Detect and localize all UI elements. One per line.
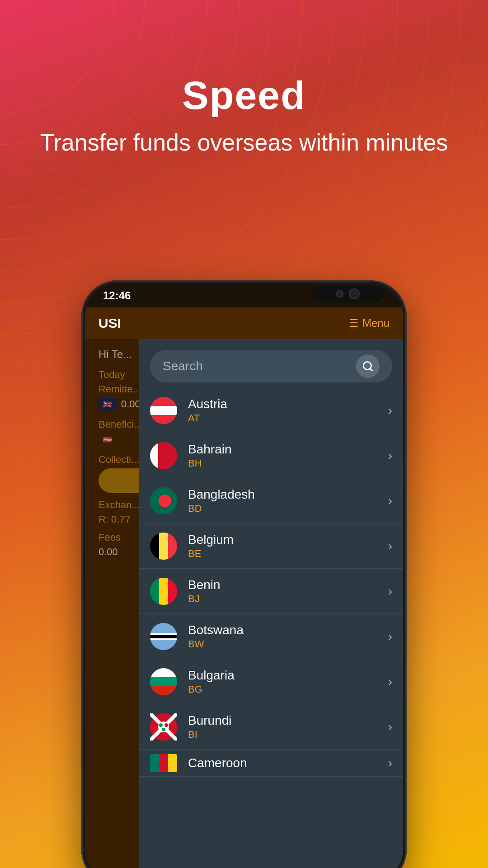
flag-austria bbox=[150, 397, 177, 424]
country-item-belgium[interactable]: Belgium BE › bbox=[139, 524, 403, 569]
svg-point-33 bbox=[159, 723, 163, 727]
country-code-bulgaria: BG bbox=[188, 684, 388, 695]
chevron-right-icon: › bbox=[388, 403, 392, 418]
country-name-cameroon: Cameroon bbox=[188, 756, 388, 770]
country-info-austria: Austria AT bbox=[188, 397, 388, 424]
status-time: 12:46 bbox=[103, 289, 131, 302]
remitter-amount: 0.00 bbox=[121, 398, 141, 410]
country-name-bulgaria: Bulgaria bbox=[188, 668, 388, 683]
country-code-austria: AT bbox=[188, 412, 388, 424]
chevron-right-icon: › bbox=[388, 629, 392, 644]
country-code-bahrain: BH bbox=[188, 458, 388, 469]
flag-benin bbox=[150, 578, 177, 605]
country-info-botswana: Botswana BW bbox=[188, 623, 388, 650]
country-item-bangladesh[interactable]: Bangladesh BD › bbox=[139, 478, 403, 524]
burundi-flag-svg bbox=[150, 713, 177, 741]
country-item-austria[interactable]: Austria AT › bbox=[139, 388, 403, 433]
hero-section: Speed Transfer funds overseas within min… bbox=[0, 72, 488, 158]
country-info-bahrain: Bahrain BH bbox=[188, 442, 388, 469]
camera-dot-small bbox=[336, 290, 343, 297]
phone-screen: 12:46 🖼 📶 📡 🔋 USI ☰ Menu Hi T bbox=[85, 284, 403, 868]
app-header: USI ☰ Menu bbox=[85, 307, 403, 339]
hamburger-icon: ☰ bbox=[349, 317, 359, 330]
chevron-right-icon: › bbox=[388, 584, 392, 599]
country-name-belgium: Belgium bbox=[188, 533, 388, 547]
phone-frame: 12:46 🖼 📶 📡 🔋 USI ☰ Menu Hi T bbox=[81, 280, 407, 868]
chevron-right-icon: › bbox=[388, 720, 392, 734]
country-info-burundi: Burundi BI bbox=[188, 713, 388, 741]
country-code-belgium: BE bbox=[188, 548, 388, 560]
menu-label: Menu bbox=[362, 317, 389, 330]
country-picker-modal: Search bbox=[139, 339, 403, 868]
flag-belgium bbox=[150, 533, 177, 560]
country-item-bahrain[interactable]: Bahrain BH › bbox=[139, 433, 403, 478]
country-item-botswana[interactable]: Botswana BW › bbox=[139, 614, 403, 659]
chevron-right-icon: › bbox=[388, 539, 392, 553]
search-bar-container: Search bbox=[139, 339, 403, 388]
menu-button[interactable]: ☰ Menu bbox=[349, 317, 389, 330]
chevron-right-icon: › bbox=[388, 448, 392, 463]
chevron-right-icon: › bbox=[388, 675, 392, 689]
camera-notch bbox=[312, 286, 384, 302]
svg-line-28 bbox=[370, 368, 372, 371]
app-content: Hi Te... Today Remitte... 🇬🇧 0.00 Benefi… bbox=[85, 339, 403, 868]
search-bar[interactable]: Search bbox=[150, 350, 392, 382]
flag-botswana bbox=[150, 623, 177, 650]
country-list: Austria AT › Bahrain BH bbox=[139, 388, 403, 868]
chevron-right-icon: › bbox=[388, 494, 392, 508]
search-icon-button[interactable] bbox=[356, 354, 380, 378]
svg-point-19 bbox=[407, 633, 488, 868]
country-item-burundi[interactable]: Burundi BI › bbox=[139, 704, 403, 750]
search-input[interactable]: Search bbox=[163, 359, 351, 373]
chevron-right-icon: › bbox=[388, 756, 392, 770]
country-item-cameroon[interactable]: Cameroon › bbox=[139, 750, 403, 777]
country-code-botswana: BW bbox=[188, 638, 388, 650]
phone-outer: 12:46 🖼 📶 📡 🔋 USI ☰ Menu Hi T bbox=[81, 280, 407, 868]
austria-flag-small: 🇦🇹 bbox=[99, 433, 117, 446]
country-info-benin: Benin BJ bbox=[188, 578, 388, 605]
flag-bahrain bbox=[150, 442, 177, 469]
app-logo: USI bbox=[99, 316, 121, 331]
country-code-benin: BJ bbox=[188, 593, 388, 605]
flag-bulgaria bbox=[150, 668, 177, 695]
country-info-belgium: Belgium BE bbox=[188, 533, 388, 560]
country-name-burundi: Burundi bbox=[188, 713, 388, 728]
flag-burundi bbox=[150, 713, 177, 741]
flag-cameroon bbox=[150, 754, 177, 772]
uk-flag: 🇬🇧 bbox=[99, 398, 117, 410]
country-info-bangladesh: Bangladesh BD bbox=[188, 487, 388, 514]
country-info-cameroon: Cameroon bbox=[188, 756, 388, 770]
country-name-austria: Austria bbox=[188, 397, 388, 411]
country-item-bulgaria[interactable]: Bulgaria BG › bbox=[139, 659, 403, 704]
search-icon bbox=[362, 360, 374, 372]
country-name-bahrain: Bahrain bbox=[188, 442, 388, 457]
country-name-bangladesh: Bangladesh bbox=[188, 487, 388, 502]
country-name-benin: Benin bbox=[188, 578, 388, 592]
svg-point-34 bbox=[164, 723, 168, 727]
country-item-benin[interactable]: Benin BJ › bbox=[139, 569, 403, 614]
camera-dot-large bbox=[349, 288, 360, 299]
country-info-bulgaria: Bulgaria BG bbox=[188, 668, 388, 695]
bangladesh-circle bbox=[159, 495, 171, 507]
country-code-bangladesh: BD bbox=[188, 503, 388, 514]
flag-bangladesh bbox=[150, 487, 177, 514]
country-name-botswana: Botswana bbox=[188, 623, 388, 637]
country-code-burundi: BI bbox=[188, 729, 388, 741]
svg-point-35 bbox=[162, 728, 165, 731]
hero-title: Speed bbox=[0, 72, 488, 118]
hero-subtitle: Transfer funds overseas within minutes bbox=[0, 127, 488, 158]
